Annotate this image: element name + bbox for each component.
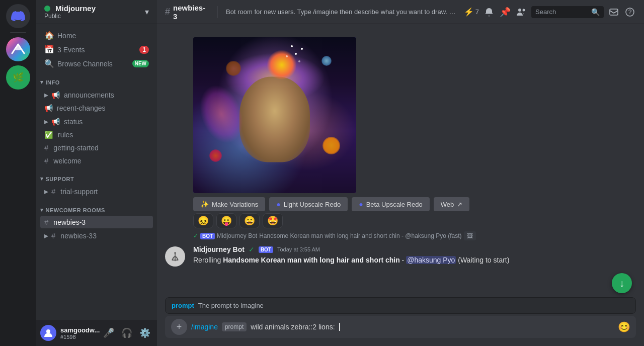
channel-list: 🏠 Home 📅 3 Events 1 🔍 Browse Channels NE… xyxy=(36,24,157,320)
context-image-btn[interactable]: 🖼 xyxy=(464,231,476,240)
settings-button[interactable]: ⚙️ xyxy=(137,325,153,341)
server-extra[interactable]: 🌿 xyxy=(6,65,30,90)
beta-upscale-icon: ● xyxy=(359,200,363,208)
nav-events[interactable]: 📅 3 Events 1 xyxy=(40,43,153,56)
nav-browse-channels[interactable]: 🔍 Browse Channels NEW xyxy=(40,57,153,70)
svg-rect-4 xyxy=(610,9,618,15)
variations-icon: ✨ xyxy=(200,200,209,208)
user-avatar xyxy=(40,325,56,341)
context-info: ✓ BOT Midjourney Bot Handsome Korean man… xyxy=(193,231,476,240)
topbar-divider xyxy=(217,6,218,18)
channel-newbies-3[interactable]: # newbies-3 👤+ xyxy=(40,216,153,228)
channel-getting-started-label: getting-started xyxy=(53,144,149,152)
make-variations-button[interactable]: ✨ Make Variations xyxy=(193,197,265,211)
midjourney-image xyxy=(193,37,356,193)
bot-badge: BOT xyxy=(259,246,273,253)
rerolling-author: Midjourney Bot xyxy=(193,245,245,253)
svg-point-2 xyxy=(518,9,521,12)
discord-home-button[interactable] xyxy=(6,4,30,28)
nav-home[interactable]: 🏠 Home xyxy=(40,29,153,42)
channel-status[interactable]: ▸ 📢 status xyxy=(40,115,153,128)
reaction-tongue[interactable]: 😛 xyxy=(216,213,236,228)
rerolling-content: Midjourney Bot ✓ BOT Today at 3:55 AM Re… xyxy=(193,245,636,267)
reactions: 😖 😛 😀 🤩 xyxy=(193,213,636,228)
nav-browse-label: Browse Channels xyxy=(57,60,129,68)
search-placeholder: Search xyxy=(535,8,588,16)
svg-point-10 xyxy=(174,252,176,254)
reaction-star-eyes[interactable]: 🤩 xyxy=(263,213,283,228)
beta-upscale-redo-button[interactable]: ● Beta Upscale Redo xyxy=(352,197,429,211)
web-button[interactable]: Web ↗ xyxy=(434,197,470,211)
stars xyxy=(291,45,293,47)
planet1 xyxy=(267,50,297,80)
message-with-image: ✨ Make Variations ● Light Upscale Redo ●… xyxy=(157,32,644,229)
search-bar[interactable]: Search 🔍 xyxy=(531,6,604,18)
reaction-grin[interactable]: 😀 xyxy=(239,213,260,228)
light-upscale-label: Light Upscale Redo xyxy=(284,201,341,208)
pin-button[interactable]: 📌 xyxy=(499,6,511,18)
username: samgoodw... xyxy=(60,326,97,334)
text-cursor xyxy=(339,323,340,331)
category-chevron: ▾ xyxy=(40,79,44,85)
channel-recent-changes[interactable]: 📢 recent-changes xyxy=(40,102,153,114)
server-midjourney[interactable] xyxy=(6,37,30,61)
planet3 xyxy=(321,56,332,66)
add-attachment-button[interactable]: + xyxy=(171,319,187,335)
hash-icon-newbies3: # xyxy=(44,218,48,226)
scroll-to-bottom-button[interactable]: ↓ xyxy=(612,273,632,293)
category-support[interactable]: ▾ SUPPORT xyxy=(36,167,157,184)
members-button[interactable] xyxy=(515,6,527,18)
topbar-description: Bot room for new users. Type /imagine th… xyxy=(226,8,458,16)
light-upscale-redo-button[interactable]: ● Light Upscale Redo xyxy=(269,197,348,211)
channel-welcome-label: welcome xyxy=(53,157,149,165)
nav-home-label: Home xyxy=(57,32,149,40)
channel-rules[interactable]: ✅ rules xyxy=(40,129,153,141)
reaction-angry[interactable]: 😖 xyxy=(193,213,213,228)
tongue-emoji: 😛 xyxy=(221,215,232,226)
topbar-channel: # newbies-3 xyxy=(165,4,209,21)
newbies33-chevron: ▸ xyxy=(44,231,48,240)
search-icon: 🔍 xyxy=(591,8,600,16)
emoji-picker-button[interactable]: 😊 xyxy=(618,321,630,333)
channel-trial-support-label: trial-support xyxy=(60,188,149,196)
msg-avatar-spacer xyxy=(165,33,185,228)
channel-trial-support[interactable]: ▸ # trial-support xyxy=(40,185,153,198)
svg-point-3 xyxy=(523,9,525,11)
channel-getting-started[interactable]: # getting-started xyxy=(40,141,153,154)
category-info[interactable]: ▾ INFO xyxy=(36,71,157,88)
notification-button[interactable] xyxy=(483,6,495,18)
mute-button[interactable]: 🎤 xyxy=(101,325,117,341)
message-context-bar: ✓ BOT Midjourney Bot Handsome Korean man… xyxy=(157,229,644,241)
channel-newbies-33[interactable]: ▸ # newbies-33 xyxy=(40,229,153,242)
boost-number: 7 xyxy=(475,8,479,16)
context-text: Handsome Korean man with long hair and s… xyxy=(259,232,461,239)
autocomplete-keyword: prompt xyxy=(172,302,194,309)
rerolling-text: Rerolling Handsome Korean man with long … xyxy=(193,255,636,266)
planet5 xyxy=(323,137,340,154)
category-newcomer-rooms[interactable]: ▾ NEWCOMER ROOMS xyxy=(36,199,157,215)
server-public-label: Public xyxy=(44,13,96,20)
status-channel-icon: 📢 xyxy=(51,118,60,126)
message-timestamp: Today at 3:55 AM xyxy=(277,246,320,252)
topbar-channel-name: newbies-3 xyxy=(173,4,209,21)
channel-recent-changes-label: recent-changes xyxy=(57,104,149,112)
bot-avatar xyxy=(165,246,185,267)
server-header[interactable]: Midjourney Public ▾ xyxy=(36,0,157,24)
help-button[interactable]: ? xyxy=(624,6,636,18)
events-badge: 1 xyxy=(139,46,149,54)
newcomer-chevron: ▾ xyxy=(40,207,44,213)
channel-newbies-33-label: newbies-33 xyxy=(60,232,149,240)
rules-icon: ✅ xyxy=(44,131,53,139)
hash-icon-newbies33: # xyxy=(51,231,55,240)
trial-chevron-icon: ▸ xyxy=(44,187,48,196)
channel-announcements[interactable]: ▸ 📢 announcements xyxy=(40,88,153,102)
channel-rules-label: rules xyxy=(58,131,149,139)
channel-welcome[interactable]: # welcome xyxy=(40,154,153,167)
message-input[interactable]: /imagine prompt wild animals zebra::2 li… xyxy=(191,322,614,331)
category-support-label: SUPPORT xyxy=(46,176,74,182)
inbox-button[interactable] xyxy=(608,6,620,18)
deafen-button[interactable]: 🎧 xyxy=(119,325,135,341)
planet4 xyxy=(209,149,222,162)
server-chevron-icon: ▾ xyxy=(145,7,149,17)
scroll-chevron-icon: ↓ xyxy=(619,278,624,289)
